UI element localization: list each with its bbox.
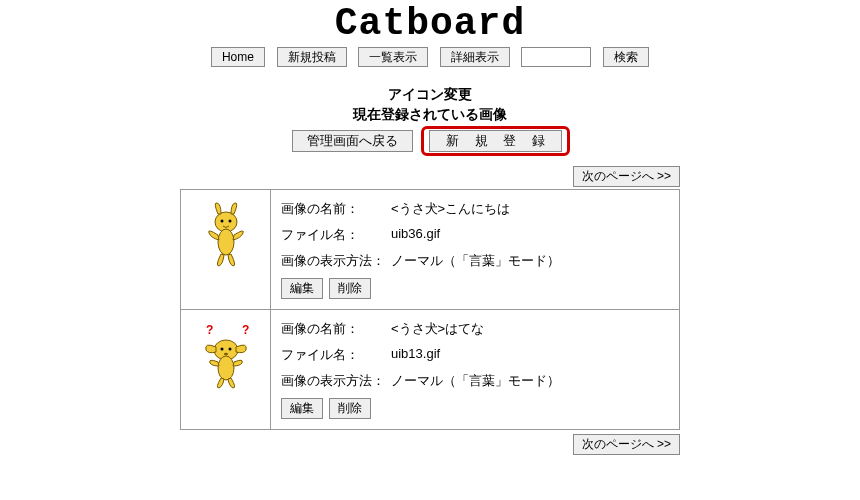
table-row: ? ?	[181, 310, 680, 430]
nav-detail-view-button[interactable]: 詳細表示	[440, 47, 510, 67]
nav-new-post-button[interactable]: 新規投稿	[277, 47, 347, 67]
row-actions: 編集 削除	[281, 278, 669, 299]
svg-point-1	[218, 229, 234, 255]
icon-cell: ? ?	[181, 310, 271, 430]
usaken-question-icon: ? ?	[198, 320, 254, 390]
detail-cell: 画像の名前： <うさ犬>はてな ファイル名： uib13.gif 画像の表示方法…	[271, 310, 680, 430]
nav-list-view-button[interactable]: 一覧表示	[358, 47, 428, 67]
nav-home-button[interactable]: Home	[211, 47, 265, 67]
svg-text:?: ?	[242, 323, 249, 337]
nav-search-button[interactable]: 検索	[603, 47, 649, 67]
icon-table: 画像の名前： <うさ犬>こんにちは ファイル名： uib36.gif 画像の表示…	[180, 189, 680, 430]
label-file-name: ファイル名：	[281, 346, 391, 364]
value-image-name: <うさ犬>こんにちは	[391, 200, 669, 218]
admin-button-row: 管理画面へ戻る 新 規 登 録	[0, 126, 860, 156]
svg-point-3	[228, 220, 231, 223]
label-image-name: 画像の名前：	[281, 200, 391, 218]
top-nav: Home 新規投稿 一覧表示 詳細表示 検索	[0, 47, 860, 67]
next-page-top-button[interactable]: 次のページへ >>	[573, 166, 680, 187]
value-image-name: <うさ犬>はてな	[391, 320, 669, 338]
highlight-frame: 新 規 登 録	[421, 126, 570, 156]
pager-bottom: 次のページへ >>	[180, 434, 680, 455]
usaken-hello-icon	[201, 200, 251, 270]
delete-button[interactable]: 削除	[329, 398, 371, 419]
label-image-name: 画像の名前：	[281, 320, 391, 338]
label-display-method: 画像の表示方法：	[281, 372, 391, 390]
icon-cell	[181, 190, 271, 310]
delete-button[interactable]: 削除	[329, 278, 371, 299]
subheader-line1: アイコン変更	[0, 85, 860, 105]
subheader: アイコン変更 現在登録されている画像	[0, 85, 860, 124]
svg-point-10	[224, 353, 228, 355]
value-display-method: ノーマル（「言葉」モード）	[391, 252, 669, 270]
page-title: Catboard	[0, 2, 860, 45]
label-display-method: 画像の表示方法：	[281, 252, 391, 270]
label-file-name: ファイル名：	[281, 226, 391, 244]
edit-button[interactable]: 編集	[281, 278, 323, 299]
svg-text:?: ?	[206, 323, 213, 337]
svg-point-8	[220, 348, 223, 351]
subheader-line2: 現在登録されている画像	[0, 105, 860, 125]
row-actions: 編集 削除	[281, 398, 669, 419]
pager-top: 次のページへ >>	[180, 166, 680, 187]
detail-cell: 画像の名前： <うさ犬>こんにちは ファイル名： uib36.gif 画像の表示…	[271, 190, 680, 310]
svg-point-7	[218, 356, 234, 380]
search-input[interactable]	[521, 47, 591, 67]
value-display-method: ノーマル（「言葉」モード）	[391, 372, 669, 390]
svg-point-2	[220, 220, 223, 223]
next-page-bottom-button[interactable]: 次のページへ >>	[573, 434, 680, 455]
svg-point-9	[228, 348, 231, 351]
edit-button[interactable]: 編集	[281, 398, 323, 419]
back-to-admin-button[interactable]: 管理画面へ戻る	[292, 130, 413, 152]
value-file-name: uib13.gif	[391, 346, 669, 364]
table-row: 画像の名前： <うさ犬>こんにちは ファイル名： uib36.gif 画像の表示…	[181, 190, 680, 310]
value-file-name: uib36.gif	[391, 226, 669, 244]
new-register-button[interactable]: 新 規 登 録	[429, 130, 562, 152]
